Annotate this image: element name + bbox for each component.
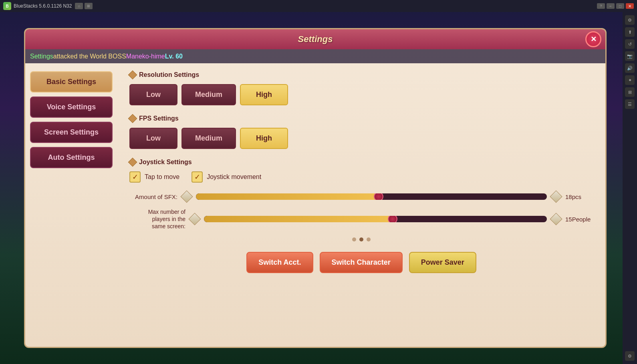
nav-auto-settings[interactable]: Auto Settings (30, 147, 113, 168)
sidebar-icon-7[interactable]: ⊞ (625, 87, 635, 97)
bottom-action-buttons: Switch Acct. Switch Character Power Save… (129, 248, 593, 281)
tap-to-move-label: Tap to move (145, 173, 179, 181)
app-logo: B (3, 2, 11, 10)
switch-acct-button[interactable]: Switch Acct. (246, 252, 313, 273)
settings-title: Settings (298, 34, 333, 44)
tap-to-move-checkbox[interactable]: ✓ Tap to move (129, 171, 179, 183)
fps-section-header: FPS Settings (129, 115, 593, 122)
pagination-dots (129, 237, 593, 241)
window-controls: ? − □ ✕ (597, 3, 634, 9)
diamond-icon-fps (128, 114, 137, 123)
fps-btn-group: Low Medium High (129, 128, 593, 149)
nav-basic-settings[interactable]: Basic Settings (30, 71, 113, 93)
fps-medium-btn[interactable]: Medium (181, 128, 236, 149)
chat-level: Lv. 60 (165, 53, 183, 60)
help-button[interactable]: ? (597, 3, 605, 9)
right-content: Resolution Settings Low Medium High FPS … (117, 63, 605, 347)
home-icon[interactable]: ⌂ (75, 3, 83, 9)
resolution-medium-btn[interactable]: Medium (181, 84, 236, 105)
players-slider-fill (204, 216, 393, 222)
players-value: 15People (565, 216, 593, 223)
chat-boss-name: Maneko-hime (126, 53, 165, 60)
joystick-movement-checkbox[interactable]: ✓ Joystick movement (192, 171, 261, 183)
bluestacks-sidebar: ⚙ ⬆ ↺ 📷 🔊 ✦ ⊞ ☰ ⚙ (623, 12, 637, 364)
fps-title: FPS Settings (139, 115, 179, 122)
joystick-title: Joystick Settings (139, 159, 192, 166)
sfx-slider-track[interactable] (196, 193, 547, 200)
game-area: Settings ✕ Settings attacked the World B… (0, 12, 623, 364)
players-slider-track[interactable] (204, 216, 547, 222)
joystick-movement-label: Joystick movement (207, 173, 261, 181)
nav-voice-settings[interactable]: Voice Settings (30, 97, 113, 118)
settings-content: Basic Settings Voice Settings Screen Set… (25, 63, 605, 347)
sfx-label: Amount of SFX: (129, 193, 177, 200)
sidebar-icon-2[interactable]: ⬆ (625, 27, 635, 37)
pagination-dot-1[interactable] (352, 237, 356, 241)
sfx-value: 18pcs (565, 193, 593, 200)
sfx-slider-fill (196, 193, 379, 200)
settings-dialog: Settings ✕ Settings attacked the World B… (24, 28, 607, 348)
sfx-slider-thumb[interactable] (374, 193, 383, 200)
joystick-section-header: Joystick Settings (129, 159, 593, 166)
chat-bar: Settings attacked the World BOSS Maneko-… (25, 49, 605, 63)
resolution-low-btn[interactable]: Low (129, 84, 177, 105)
players-increase-btn[interactable] (550, 213, 562, 225)
switch-character-button[interactable]: Switch Character (320, 252, 403, 273)
diamond-icon-joystick (128, 158, 137, 167)
joystick-options-row: ✓ Tap to move ✓ Joystick movement (129, 171, 593, 183)
settings-titlebar: Settings ✕ (25, 29, 605, 49)
settings-close-button[interactable]: ✕ (585, 31, 601, 47)
nav-screen-settings[interactable]: Screen Settings (30, 122, 113, 143)
app-title: BlueStacks 5.6.0.1126 N32 (14, 3, 72, 9)
tap-to-move-checkbox-box[interactable]: ✓ (129, 171, 141, 183)
minimize-button[interactable]: − (607, 3, 615, 9)
chat-message: attacked the World BOSS (53, 53, 126, 60)
chat-player-name: Settings (30, 53, 53, 60)
sidebar-icon-4[interactable]: 📷 (625, 51, 635, 61)
resolution-section-header: Resolution Settings (129, 71, 593, 78)
titlebar: B BlueStacks 5.6.0.1126 N32 ⌂ ⊞ ? − □ ✕ (0, 0, 637, 12)
diamond-icon-resolution (128, 70, 137, 80)
sfx-decrease-btn[interactable] (180, 190, 193, 203)
sidebar-icon-bottom[interactable]: ⚙ (625, 351, 635, 361)
players-slider-thumb[interactable] (388, 216, 397, 222)
resolution-title: Resolution Settings (139, 71, 199, 78)
sfx-slider-row: Amount of SFX: 18pcs (129, 192, 593, 201)
resolution-btn-group: Low Medium High (129, 84, 593, 105)
pagination-dot-3[interactable] (367, 237, 371, 241)
left-navigation: Basic Settings Voice Settings Screen Set… (25, 63, 117, 347)
fps-high-btn[interactable]: High (240, 128, 288, 149)
multi-icon[interactable]: ⊞ (85, 3, 93, 9)
maximize-button[interactable]: □ (616, 3, 624, 9)
players-slider-row: Max number of players in the same screen… (129, 208, 593, 230)
sidebar-icon-5[interactable]: 🔊 (625, 63, 635, 73)
fps-low-btn[interactable]: Low (129, 128, 177, 149)
sfx-increase-btn[interactable] (550, 190, 562, 203)
joystick-movement-checkbox-box[interactable]: ✓ (192, 171, 203, 183)
sidebar-icon-6[interactable]: ✦ (625, 75, 635, 85)
sidebar-icon-1[interactable]: ⚙ (625, 15, 635, 25)
players-decrease-btn[interactable] (188, 213, 201, 225)
pagination-dot-2[interactable] (359, 237, 363, 241)
window-close-button[interactable]: ✕ (626, 3, 634, 9)
sidebar-icon-8[interactable]: ☰ (625, 99, 635, 109)
power-saver-button[interactable]: Power Saver (409, 252, 476, 273)
resolution-high-btn[interactable]: High (240, 84, 288, 105)
sidebar-icon-3[interactable]: ↺ (625, 39, 635, 49)
players-label: Max number of players in the same screen… (129, 208, 185, 230)
